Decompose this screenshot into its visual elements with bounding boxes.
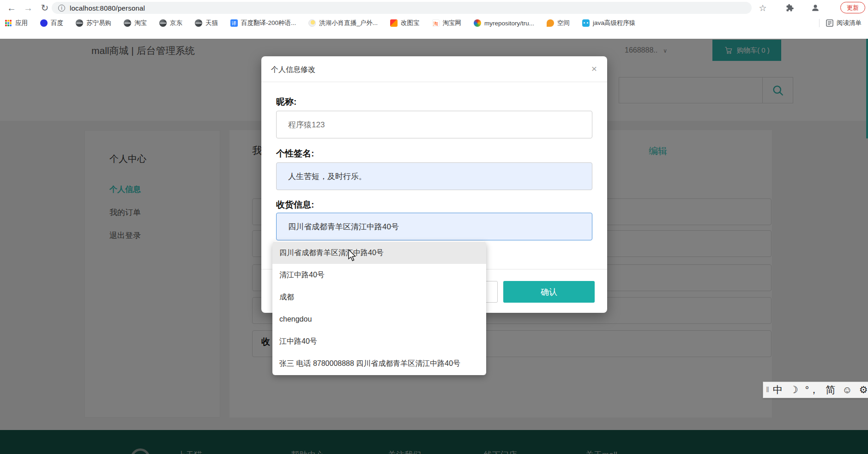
bookmark-item[interactable]: 苏宁易购 xyxy=(76,19,111,27)
close-icon[interactable]: × xyxy=(591,63,597,74)
bookmark-item[interactable]: 译 百度翻译-200种语... xyxy=(230,19,296,27)
forward-icon[interactable]: → xyxy=(21,1,35,15)
ime-drag-handle[interactable]: ‖ xyxy=(766,385,769,394)
globe-favicon-icon xyxy=(159,19,167,27)
reading-list-button[interactable]: 阅读清单 xyxy=(826,19,862,27)
back-icon[interactable]: ← xyxy=(5,1,18,15)
address-label: 收货信息: xyxy=(276,199,314,211)
nickname-label: 昵称: xyxy=(276,96,296,108)
chrome-update-button[interactable]: 更新 xyxy=(840,2,865,13)
signature-label: 个性签名: xyxy=(276,148,314,160)
bookmarks-bar: 应用 百度 苏宁易购 淘宝 京东 天猫 译 百度翻译-200种语... 洪湖小 xyxy=(0,16,868,30)
moon-icon[interactable]: ☽ xyxy=(790,384,798,395)
confirm-button[interactable]: 确认 xyxy=(503,281,595,303)
taobao-icon: 淘 xyxy=(432,19,440,27)
mouse-cursor xyxy=(348,249,356,262)
address-suggestions-dropdown: 四川省成都青羊区清江中路40号 清江中路40号 成都 chengdou 江中路4… xyxy=(272,241,486,375)
qzone-icon xyxy=(547,19,554,27)
gear-icon[interactable]: ⚙ xyxy=(859,384,868,395)
suggestion-item[interactable]: 江中路40号 xyxy=(272,330,486,352)
emoji-icon[interactable]: ☺ xyxy=(842,384,852,395)
url-text[interactable]: localhost:8080/personal xyxy=(70,4,145,12)
bookmark-item[interactable]: 天猫 xyxy=(195,19,218,27)
browser-toolbar: ← → ↻ i localhost:8080/personal ☆ 更新 xyxy=(0,0,868,16)
page-info-icon[interactable]: i xyxy=(58,5,65,12)
bookmark-item[interactable]: 淘宝 xyxy=(124,19,147,27)
globe-favicon-icon xyxy=(195,19,202,27)
globe-favicon-icon xyxy=(124,19,131,27)
reload-icon[interactable]: ↻ xyxy=(38,1,52,15)
myrepository-icon xyxy=(474,19,481,27)
ime-punctuation-toggle[interactable]: °， xyxy=(805,383,819,396)
ime-mode-chinese[interactable]: 中 xyxy=(773,383,783,396)
bookmark-item[interactable]: myrepository/tru... xyxy=(474,19,534,27)
reading-list-icon xyxy=(826,19,833,27)
modal-title: 个人信息修改 xyxy=(271,65,315,75)
bookmark-item[interactable]: 洪湖小肖直播_户外... xyxy=(308,19,378,27)
nickname-input[interactable] xyxy=(276,111,592,138)
bilibili-tv-icon xyxy=(582,19,590,27)
bookmark-item[interactable]: 空间 xyxy=(547,19,570,27)
bookmark-item[interactable]: 百度 xyxy=(40,19,63,27)
bookmark-item[interactable]: java高级程序猿 xyxy=(582,19,635,27)
baidu-translate-icon: 译 xyxy=(230,19,238,27)
bookmark-apps[interactable]: 应用 xyxy=(5,19,28,27)
signature-input[interactable] xyxy=(276,162,592,190)
suggestion-item[interactable]: chengdou xyxy=(272,308,486,330)
baidu-icon xyxy=(40,19,48,27)
gaitubao-icon xyxy=(390,19,398,27)
bookmark-item[interactable]: 京东 xyxy=(159,19,182,27)
suggestion-item[interactable]: 成都 xyxy=(272,286,486,308)
modal-header: 个人信息修改 × xyxy=(261,56,607,82)
suggestion-item[interactable]: 清江中路40号 xyxy=(272,264,486,286)
globe-favicon-icon xyxy=(76,19,83,27)
address-input[interactable] xyxy=(276,213,592,240)
bookmark-star-icon[interactable]: ☆ xyxy=(756,1,769,14)
bookmark-item[interactable]: 淘 淘宝网 xyxy=(432,19,462,27)
ime-simplified-toggle[interactable]: 简 xyxy=(826,383,835,396)
apps-grid-icon xyxy=(5,19,12,27)
extensions-puzzle-icon[interactable] xyxy=(784,1,796,14)
address-bar[interactable]: i localhost:8080/personal xyxy=(52,2,752,14)
profile-avatar-icon[interactable] xyxy=(809,1,822,14)
suggestion-item[interactable]: 张三 电话 8780008888 四川省成都青羊区清江中路40号 xyxy=(272,352,486,375)
live-stream-icon xyxy=(308,19,316,27)
ime-toolbar[interactable]: ‖ 中 ☽ °， 简 ☺ ⚙ xyxy=(763,382,868,398)
bookmark-item[interactable]: 改图宝 xyxy=(390,19,420,27)
bookmarks-divider xyxy=(819,19,820,27)
screen: ← → ↻ i localhost:8080/personal ☆ 更新 应用 … xyxy=(0,0,868,454)
suggestion-item[interactable]: 四川省成都青羊区清江中路40号 xyxy=(272,242,486,264)
